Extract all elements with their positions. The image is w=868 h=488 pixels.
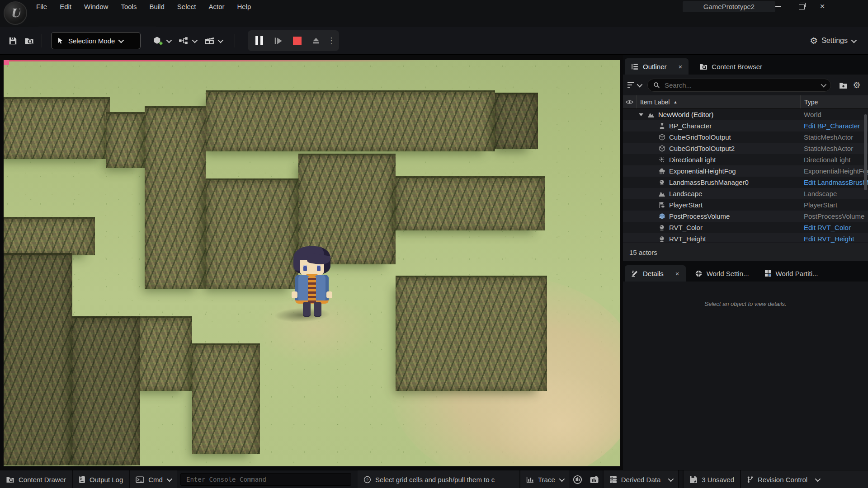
menu-tools[interactable]: Tools [114,3,143,10]
settings-label: Settings [821,37,848,45]
add-actor-dropdown[interactable] [152,36,170,46]
restore-button[interactable] [792,0,811,13]
row-label: NewWorld (Editor) [656,111,800,118]
frame-skip-button[interactable] [269,30,288,51]
unsaved-button[interactable]: 3 Unsaved [684,470,740,488]
pencil-icon [631,270,639,277]
browse-content-button[interactable] [21,32,37,50]
row-type-link[interactable]: Edit RVT_Height [800,235,868,243]
content-browser-icon [699,63,708,70]
insights-button[interactable] [569,470,586,488]
cube-icon [656,134,667,141]
row-type-link[interactable]: Edit BP_Character [800,122,868,130]
terminal-icon [136,476,144,483]
outliner-row-LandmassBrushManager0[interactable]: LandmassBrushManager0Edit LandmassBrushM… [623,177,868,188]
outliner-row-ExponentialHeightFog[interactable]: ExponentialHeightFogExponentialHeightFog [623,165,868,177]
pause-button[interactable] [250,30,269,51]
output-log-button[interactable]: Output Log [73,470,129,488]
cinematics-dropdown[interactable] [204,37,222,45]
outliner-row-CubeGridToolOutput[interactable]: CubeGridToolOutputStaticMeshActor [623,131,868,143]
outliner-scrollbar[interactable] [864,114,867,190]
cursor-icon [57,37,64,44]
search-input[interactable] [664,81,817,89]
viewport-frame [0,55,623,470]
outliner-row-RVT_Color[interactable]: RVT_ColorEdit RVT_Color [623,222,868,233]
chevron-down-icon[interactable] [637,81,643,87]
main-toolbar: Selection Mode [0,27,868,55]
row-label: PostProcessVolume [667,212,800,220]
row-type-link[interactable]: Edit RVT_Color [800,224,868,231]
help-icon: ? [363,476,371,483]
tab-content-browser[interactable]: Content Browser [693,58,769,75]
player-character [289,246,335,323]
derived-data-dropdown[interactable]: Derived Data [604,470,679,488]
tab-details[interactable]: Details× [625,265,686,282]
tab-outliner[interactable]: Outliner × [625,58,689,75]
close-button[interactable]: × [813,0,832,13]
close-icon[interactable]: × [675,270,679,277]
outliner-search[interactable] [647,79,831,92]
row-type: Landscape [800,190,868,197]
details-panel: Select an object to view details. [623,282,868,470]
add-folder-button[interactable] [836,78,850,92]
content-drawer-button[interactable]: Content Drawer [0,470,72,488]
menu-edit[interactable]: Edit [53,3,78,10]
menu-help[interactable]: Help [231,3,258,10]
settings-button[interactable]: ⚙ Settings [810,36,855,45]
filter-icon[interactable] [627,82,634,88]
viewport[interactable] [4,60,620,466]
tab-world-settin[interactable]: World Settin... [689,265,755,282]
revision-control-dropdown[interactable]: Revision Control [741,470,868,488]
outliner-row-BP_Character[interactable]: BP_CharacterEdit BP_Character [623,120,868,131]
minimize-button[interactable] [769,0,788,13]
type-column-header[interactable]: Type [800,95,868,108]
stop-button[interactable] [288,30,307,51]
tab-world-partiti[interactable]: World Partiti... [758,265,825,282]
cliff-wall [4,253,72,465]
outliner-row-NewWorld (Editor)[interactable]: NewWorld (Editor)World [623,109,868,120]
mountain-icon [656,191,667,197]
chevron-down-icon [815,476,821,482]
row-label: LandmassBrushManager0 [667,178,800,186]
menu-window[interactable]: Window [78,3,114,10]
character-eye [303,265,307,271]
window-title: GamePrototype2 [683,1,775,12]
outliner-row-DirectionalLight[interactable]: DirectionalLightDirectionalLight [623,154,868,165]
row-type: PlayerStart [800,201,868,209]
unsaved-floppy-icon [689,475,698,483]
menu-actor[interactable]: Actor [202,3,231,10]
item-label-column-header[interactable]: Item Label ▲ [637,99,800,106]
play-options-menu[interactable]: ⋮ [326,30,337,51]
chevron-down-icon [851,37,857,43]
outliner-row-RVT_Height[interactable]: RVT_HeightEdit RVT_Height [623,233,868,243]
sphere-icon [656,225,667,231]
console-command-input[interactable] [180,473,351,486]
close-icon[interactable]: × [679,63,683,70]
outliner-row-PlayerStart[interactable]: PlayerStartPlayerStart [623,199,868,211]
outliner-row-Landscape[interactable]: LandscapeLandscape [623,188,868,199]
chevron-down-icon [192,37,198,43]
blueprints-dropdown[interactable] [179,37,196,45]
eject-button[interactable] [307,30,326,51]
save-button[interactable] [5,32,21,50]
sphere-icon [656,179,667,186]
unreal-logo[interactable]: U [4,1,27,25]
row-label: BP_Character [667,122,800,130]
row-type-link[interactable]: Edit LandmassBrushManager [800,178,868,186]
row-label: RVT_Height [667,235,800,243]
outliner-settings-button[interactable]: ⚙ [850,78,863,92]
menu-select[interactable]: Select [171,3,203,10]
outliner-row-PostProcessVolume[interactable]: PostProcessVolumePostProcessVolume [623,211,868,222]
svg-text:?: ? [366,477,368,482]
menu-build[interactable]: Build [143,3,170,10]
chevron-down-icon[interactable] [821,81,827,87]
visibility-column-header[interactable] [623,95,637,108]
cmd-dropdown[interactable]: Cmd [130,470,177,488]
outliner-row-CubeGridToolOutput2[interactable]: CubeGridToolOutput2StaticMeshActor [623,143,868,154]
expand-arrow-icon[interactable] [639,113,643,116]
trace-dropdown[interactable]: Trace [520,470,569,488]
editor-mode-dropdown[interactable]: Selection Mode [51,32,141,49]
screenshot-button[interactable] [586,470,603,488]
cliff-block [4,97,110,159]
menu-file[interactable]: File [30,3,53,10]
